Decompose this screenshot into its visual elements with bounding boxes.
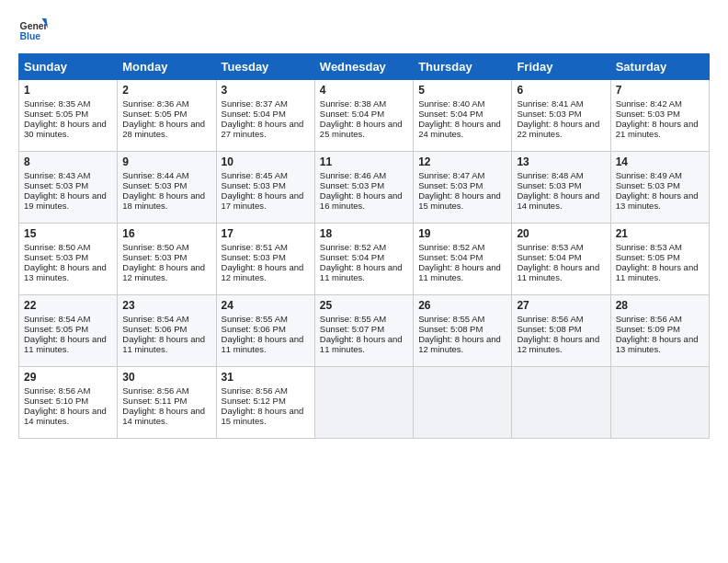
sunrise-label: Sunrise: 8:37 AM bbox=[222, 98, 288, 109]
sunrise-label: Sunrise: 8:45 AM bbox=[222, 170, 288, 180]
sunset-label: Sunset: 5:05 PM bbox=[24, 324, 88, 334]
sunset-label: Sunset: 5:05 PM bbox=[616, 252, 680, 262]
daylight-label: Daylight: 8 hours and 11 minutes. bbox=[418, 262, 501, 282]
calendar-cell: 22Sunrise: 8:54 AMSunset: 5:05 PMDayligh… bbox=[19, 295, 118, 367]
day-number: 11 bbox=[320, 155, 408, 168]
svg-text:General: General bbox=[20, 21, 48, 31]
day-number: 19 bbox=[418, 227, 506, 240]
daylight-label: Daylight: 8 hours and 11 minutes. bbox=[517, 262, 599, 282]
daylight-label: Daylight: 8 hours and 28 minutes. bbox=[122, 119, 205, 139]
daylight-label: Daylight: 8 hours and 22 minutes. bbox=[517, 119, 599, 139]
sunrise-label: Sunrise: 8:38 AM bbox=[320, 98, 386, 109]
sunrise-label: Sunrise: 8:51 AM bbox=[222, 242, 288, 252]
sunrise-label: Sunrise: 8:50 AM bbox=[24, 242, 90, 252]
sunset-label: Sunset: 5:12 PM bbox=[222, 396, 286, 406]
daylight-label: Daylight: 8 hours and 24 minutes. bbox=[418, 119, 501, 139]
sunset-label: Sunset: 5:09 PM bbox=[616, 324, 680, 334]
calendar-cell: 28Sunrise: 8:56 AMSunset: 5:09 PMDayligh… bbox=[610, 295, 709, 367]
sunset-label: Sunset: 5:08 PM bbox=[517, 324, 581, 334]
sunset-label: Sunset: 5:07 PM bbox=[320, 324, 384, 334]
week-row-4: 22Sunrise: 8:54 AMSunset: 5:05 PMDayligh… bbox=[19, 295, 710, 367]
day-number: 9 bbox=[122, 155, 210, 168]
sunset-label: Sunset: 5:03 PM bbox=[517, 109, 581, 119]
col-header-sunday: Sunday bbox=[19, 54, 118, 80]
calendar-cell: 19Sunrise: 8:52 AMSunset: 5:04 PMDayligh… bbox=[414, 224, 512, 295]
daylight-label: Daylight: 8 hours and 15 minutes. bbox=[418, 190, 501, 211]
day-number: 4 bbox=[320, 84, 408, 97]
sunset-label: Sunset: 5:06 PM bbox=[222, 324, 286, 334]
sunset-label: Sunset: 5:06 PM bbox=[122, 324, 187, 334]
daylight-label: Daylight: 8 hours and 12 minutes. bbox=[517, 334, 599, 354]
day-number: 7 bbox=[616, 84, 704, 97]
sunrise-label: Sunrise: 8:54 AM bbox=[24, 314, 90, 324]
week-row-3: 15Sunrise: 8:50 AMSunset: 5:03 PMDayligh… bbox=[19, 224, 710, 295]
calendar-cell: 7Sunrise: 8:42 AMSunset: 5:03 PMDaylight… bbox=[610, 80, 709, 152]
calendar-cell: 1Sunrise: 8:35 AMSunset: 5:05 PMDaylight… bbox=[19, 80, 118, 152]
sunset-label: Sunset: 5:04 PM bbox=[418, 252, 483, 262]
sunset-label: Sunset: 5:03 PM bbox=[222, 252, 286, 262]
sunset-label: Sunset: 5:03 PM bbox=[122, 252, 187, 262]
calendar-cell: 18Sunrise: 8:52 AMSunset: 5:04 PMDayligh… bbox=[314, 224, 413, 295]
col-header-monday: Monday bbox=[118, 54, 216, 80]
calendar-container: General Blue SundayMondayTuesdayWednesda… bbox=[0, 0, 728, 563]
daylight-label: Daylight: 8 hours and 13 minutes. bbox=[616, 190, 699, 211]
daylight-label: Daylight: 8 hours and 15 minutes. bbox=[222, 406, 304, 426]
sunrise-label: Sunrise: 8:48 AM bbox=[517, 170, 583, 180]
col-header-saturday: Saturday bbox=[610, 54, 709, 80]
sunrise-label: Sunrise: 8:56 AM bbox=[517, 314, 583, 324]
sunrise-label: Sunrise: 8:53 AM bbox=[616, 242, 682, 252]
sunrise-label: Sunrise: 8:49 AM bbox=[616, 170, 682, 180]
sunset-label: Sunset: 5:03 PM bbox=[517, 180, 581, 190]
calendar-cell: 8Sunrise: 8:43 AMSunset: 5:03 PMDaylight… bbox=[19, 152, 118, 224]
sunset-label: Sunset: 5:03 PM bbox=[24, 180, 88, 190]
header-row: SundayMondayTuesdayWednesdayThursdayFrid… bbox=[19, 54, 710, 80]
day-number: 14 bbox=[616, 155, 704, 168]
day-number: 27 bbox=[517, 299, 605, 312]
sunrise-label: Sunrise: 8:42 AM bbox=[616, 98, 682, 109]
daylight-label: Daylight: 8 hours and 25 minutes. bbox=[320, 119, 403, 139]
daylight-label: Daylight: 8 hours and 30 minutes. bbox=[24, 119, 107, 139]
sunset-label: Sunset: 5:08 PM bbox=[418, 324, 483, 334]
daylight-label: Daylight: 8 hours and 12 minutes. bbox=[418, 334, 501, 354]
calendar-cell bbox=[512, 367, 610, 439]
daylight-label: Daylight: 8 hours and 17 minutes. bbox=[222, 190, 304, 211]
header: General Blue bbox=[18, 15, 710, 44]
day-number: 20 bbox=[517, 227, 605, 240]
sunrise-label: Sunrise: 8:35 AM bbox=[24, 98, 90, 109]
day-number: 24 bbox=[222, 299, 310, 312]
daylight-label: Daylight: 8 hours and 11 minutes. bbox=[24, 334, 107, 354]
daylight-label: Daylight: 8 hours and 14 minutes. bbox=[517, 190, 599, 211]
sunrise-label: Sunrise: 8:52 AM bbox=[320, 242, 386, 252]
day-number: 23 bbox=[122, 299, 210, 312]
calendar-cell: 2Sunrise: 8:36 AMSunset: 5:05 PMDaylight… bbox=[118, 80, 216, 152]
day-number: 10 bbox=[222, 155, 310, 168]
daylight-label: Daylight: 8 hours and 14 minutes. bbox=[122, 406, 205, 426]
sunrise-label: Sunrise: 8:50 AM bbox=[122, 242, 188, 252]
week-row-5: 29Sunrise: 8:56 AMSunset: 5:10 PMDayligh… bbox=[19, 367, 710, 439]
daylight-label: Daylight: 8 hours and 12 minutes. bbox=[222, 262, 304, 282]
daylight-label: Daylight: 8 hours and 14 minutes. bbox=[24, 406, 107, 426]
sunrise-label: Sunrise: 8:43 AM bbox=[24, 170, 90, 180]
sunrise-label: Sunrise: 8:55 AM bbox=[320, 314, 386, 324]
day-number: 3 bbox=[222, 84, 310, 97]
calendar-cell: 9Sunrise: 8:44 AMSunset: 5:03 PMDaylight… bbox=[118, 152, 216, 224]
sunrise-label: Sunrise: 8:46 AM bbox=[320, 170, 386, 180]
day-number: 31 bbox=[222, 371, 310, 384]
sunset-label: Sunset: 5:04 PM bbox=[418, 109, 483, 119]
calendar-cell: 4Sunrise: 8:38 AMSunset: 5:04 PMDaylight… bbox=[314, 80, 413, 152]
day-number: 12 bbox=[418, 155, 506, 168]
day-number: 29 bbox=[24, 371, 112, 384]
daylight-label: Daylight: 8 hours and 13 minutes. bbox=[616, 334, 699, 354]
daylight-label: Daylight: 8 hours and 11 minutes. bbox=[320, 262, 403, 282]
daylight-label: Daylight: 8 hours and 11 minutes. bbox=[122, 334, 205, 354]
calendar-cell: 29Sunrise: 8:56 AMSunset: 5:10 PMDayligh… bbox=[19, 367, 118, 439]
calendar-cell: 6Sunrise: 8:41 AMSunset: 5:03 PMDaylight… bbox=[512, 80, 610, 152]
sunset-label: Sunset: 5:04 PM bbox=[222, 109, 286, 119]
sunset-label: Sunset: 5:05 PM bbox=[122, 109, 187, 119]
sunset-label: Sunset: 5:05 PM bbox=[24, 109, 88, 119]
calendar-cell: 27Sunrise: 8:56 AMSunset: 5:08 PMDayligh… bbox=[512, 295, 610, 367]
day-number: 22 bbox=[24, 299, 112, 312]
daylight-label: Daylight: 8 hours and 11 minutes. bbox=[320, 334, 403, 354]
day-number: 1 bbox=[24, 84, 112, 97]
week-row-2: 8Sunrise: 8:43 AMSunset: 5:03 PMDaylight… bbox=[19, 152, 710, 224]
